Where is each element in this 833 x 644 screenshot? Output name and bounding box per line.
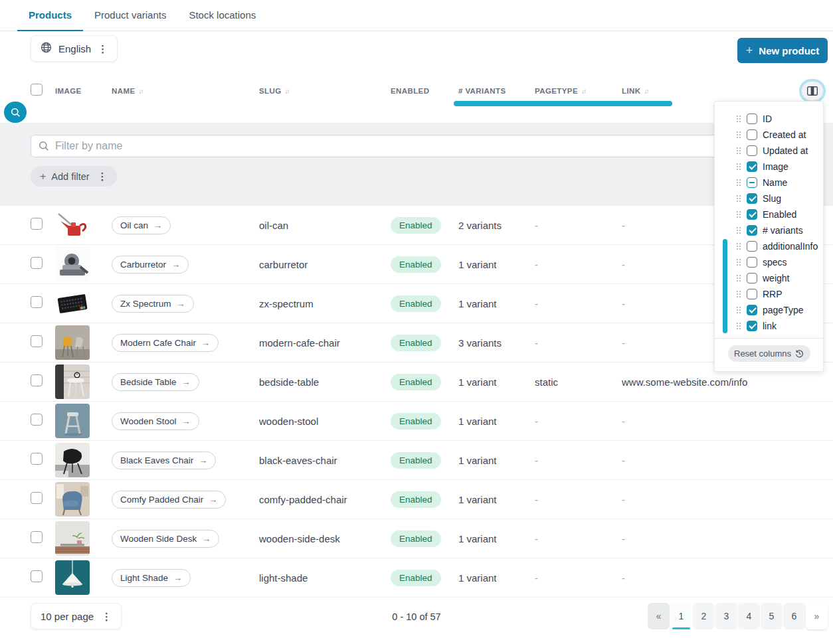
column-menu-item-created-at[interactable]: Created at [715, 127, 823, 143]
column-checkbox[interactable] [747, 257, 757, 268]
prev-page-button[interactable]: « [648, 603, 670, 629]
product-name-link[interactable]: Light Shade → [112, 569, 191, 587]
drag-handle-icon[interactable] [736, 274, 741, 282]
column-header-name[interactable]: NAME ↓↑ [112, 87, 259, 95]
page-button-4[interactable]: 4 [738, 603, 760, 629]
column-checkbox[interactable] [747, 177, 757, 188]
drag-handle-icon[interactable] [736, 306, 741, 314]
product-slug: wooden-side-desk [259, 533, 391, 544]
filter-by-name-input[interactable] [31, 135, 824, 157]
row-checkbox[interactable] [31, 570, 43, 582]
drag-handle-icon[interactable] [736, 195, 741, 202]
filter-menu-icon[interactable]: ⋮ [98, 171, 108, 181]
drag-handle-icon[interactable] [736, 179, 741, 187]
product-name: Wooden Side Desk [120, 534, 197, 544]
pagetype-value: - [535, 494, 622, 505]
product-slug: light-shade [259, 572, 391, 584]
column-menu-item-specs[interactable]: specs [715, 254, 823, 270]
column-checkbox[interactable] [747, 209, 757, 220]
column-checkbox[interactable] [747, 321, 757, 331]
drag-handle-icon[interactable] [736, 290, 741, 298]
column-checkbox[interactable] [747, 305, 757, 315]
drag-handle-icon[interactable] [736, 210, 741, 218]
drag-handle-icon[interactable] [736, 115, 741, 123]
search-toggle-button[interactable] [4, 102, 27, 123]
product-name-link[interactable]: Carburretor → [112, 256, 189, 274]
tab-products[interactable]: Products [17, 0, 83, 31]
row-checkbox[interactable] [31, 257, 43, 269]
row-checkbox[interactable] [31, 218, 43, 230]
product-name-link[interactable]: Wooden Stool → [112, 412, 199, 430]
page-button-1[interactable]: 1 [670, 603, 692, 629]
row-checkbox[interactable] [31, 414, 43, 426]
column-checkbox[interactable] [747, 114, 757, 124]
product-name-link[interactable]: Oil can → [112, 216, 171, 234]
product-name-link[interactable]: Modern Cafe Chair → [112, 334, 219, 352]
sort-icon[interactable]: ↓↑ [644, 88, 648, 95]
language-menu-icon[interactable]: ⋮ [98, 44, 108, 54]
row-checkbox[interactable] [31, 335, 43, 347]
column-checkbox[interactable] [747, 193, 757, 204]
column-menu-item-enabled[interactable]: Enabled [715, 206, 823, 222]
product-name-link[interactable]: Black Eaves Chair → [112, 451, 216, 469]
select-all-checkbox[interactable] [31, 84, 43, 96]
column-menu-item-pagetype[interactable]: pageType [715, 302, 823, 318]
column-menu-item-weight[interactable]: weight [715, 270, 823, 286]
tab-product-variants[interactable]: Product variants [83, 0, 177, 31]
column-header-pagetype[interactable]: PAGETYPE ↓↑ [535, 87, 622, 95]
drag-handle-icon[interactable] [736, 163, 741, 171]
column-checkbox[interactable] [747, 161, 757, 172]
sort-icon[interactable]: ↓↑ [138, 88, 142, 95]
sort-icon[interactable]: ↓↑ [581, 88, 585, 95]
column-menu-item-name[interactable]: Name [715, 175, 823, 191]
column-menu-item-updated-at[interactable]: Updated at [715, 143, 823, 159]
drag-handle-icon[interactable] [736, 242, 741, 250]
row-checkbox[interactable] [31, 296, 43, 308]
reset-columns-button[interactable]: Reset columns [728, 345, 810, 362]
column-checkbox[interactable] [747, 129, 757, 140]
page-button-5[interactable]: 5 [761, 603, 783, 629]
add-filter-button[interactable]: + Add filter ⋮ [31, 166, 117, 187]
column-checkbox[interactable] [747, 225, 757, 236]
column-menu-item-rrp[interactable]: RRP [715, 286, 823, 302]
column-checkbox[interactable] [747, 289, 757, 299]
column-menu-item-link[interactable]: link [715, 318, 823, 334]
column-menu-item-additionalinfo[interactable]: additionalInfo [715, 238, 823, 254]
page-button-6[interactable]: 6 [783, 603, 805, 629]
drag-handle-icon[interactable] [736, 131, 741, 139]
page-button-3[interactable]: 3 [715, 603, 737, 629]
drag-handle-icon[interactable] [736, 258, 741, 266]
product-name-link[interactable]: Zx Spectrum → [112, 295, 194, 313]
tab-stock-locations[interactable]: Stock locations [177, 0, 267, 31]
column-checkbox[interactable] [747, 145, 757, 156]
row-checkbox[interactable] [31, 492, 43, 504]
column-checkbox[interactable] [747, 241, 757, 252]
menu-divider [715, 338, 823, 339]
column-menu-item-variants[interactable]: # variants [715, 222, 823, 238]
column-header-slug[interactable]: SLUG ↓↑ [259, 87, 391, 95]
product-name-link[interactable]: Comfy Padded Chair → [112, 491, 226, 509]
column-menu-item-id[interactable]: ID [715, 111, 823, 127]
column-menu-item-image[interactable]: Image [715, 159, 823, 175]
product-name-link[interactable]: Bedside Table → [112, 373, 199, 391]
product-slug: black-eaves-chair [259, 455, 391, 466]
column-settings-button[interactable] [801, 81, 824, 101]
row-checkbox[interactable] [31, 374, 43, 386]
product-name: Light Shade [120, 573, 168, 583]
new-product-button[interactable]: + New product [737, 38, 828, 63]
language-selector[interactable]: English ⋮ [31, 35, 118, 62]
product-slug: modern-cafe-chair [259, 337, 391, 349]
drag-handle-icon[interactable] [736, 322, 741, 330]
column-checkbox[interactable] [747, 273, 757, 283]
page-button-2[interactable]: 2 [693, 603, 715, 629]
row-checkbox[interactable] [31, 531, 43, 543]
next-page-button[interactable]: » [806, 603, 828, 629]
drag-handle-icon[interactable] [736, 147, 741, 155]
drag-handle-icon[interactable] [736, 226, 741, 234]
row-checkbox[interactable] [31, 453, 43, 465]
sort-icon[interactable]: ↓↑ [285, 88, 289, 95]
arrow-right-icon: → [153, 220, 162, 230]
enabled-badge: Enabled [391, 530, 441, 547]
product-name-link[interactable]: Wooden Side Desk → [112, 530, 219, 548]
column-menu-item-slug[interactable]: Slug [715, 191, 823, 206]
